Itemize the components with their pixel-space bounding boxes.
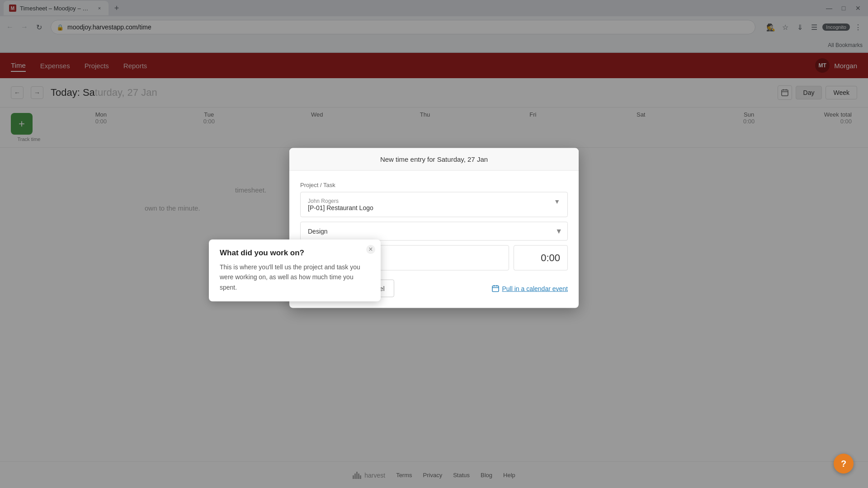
help-button[interactable]: ?: [834, 454, 854, 474]
client-name: John Rogers: [308, 198, 373, 204]
tooltip-popup: × What did you work on? This is where yo…: [209, 239, 381, 301]
task-select[interactable]: Design: [300, 222, 568, 241]
task-select-wrapper: Design ▼: [300, 222, 568, 241]
project-dropdown-arrow: ▼: [554, 198, 560, 205]
pull-calendar-label: Pull in a calendar event: [502, 285, 568, 292]
tooltip-text: This is where you'll tell us the project…: [220, 262, 370, 292]
modal-header: New time entry for Saturday, 27 Jan: [289, 148, 579, 171]
project-select-text: John Rogers [P-01] Restaurant Logo: [308, 198, 373, 211]
project-name: [P-01] Restaurant Logo: [308, 204, 373, 211]
svg-rect-6: [492, 286, 499, 291]
time-input[interactable]: [514, 245, 568, 271]
modal-title: New time entry for Saturday, 27 Jan: [380, 155, 488, 163]
project-select[interactable]: John Rogers [P-01] Restaurant Logo ▼: [300, 192, 568, 217]
project-task-label: Project / Task: [300, 182, 568, 188]
tooltip-title: What did you work on?: [220, 249, 370, 258]
calendar-pull-icon: [492, 285, 499, 292]
pull-calendar-button[interactable]: Pull in a calendar event: [492, 285, 568, 292]
tooltip-close-button[interactable]: ×: [366, 245, 375, 254]
